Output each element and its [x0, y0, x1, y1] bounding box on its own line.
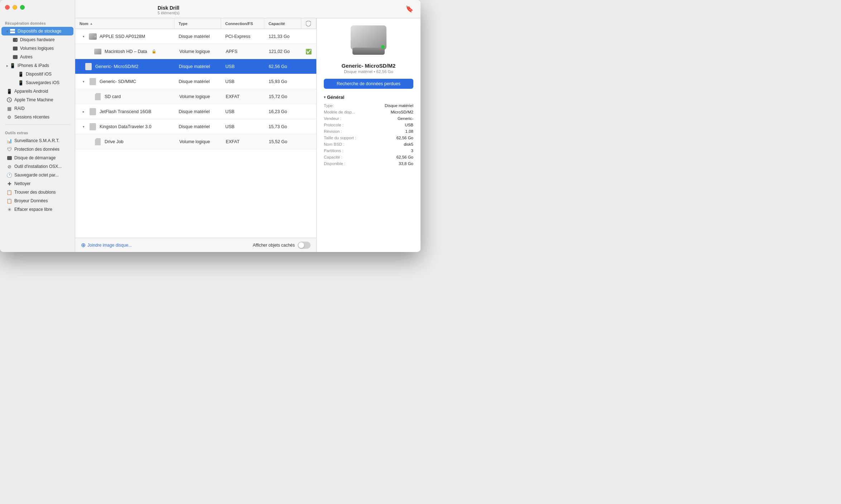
row-nom-2: Generic- MicroSD/M2: [95, 64, 138, 69]
col-header-connection[interactable]: Connection/FS: [221, 18, 264, 29]
table-row[interactable]: ▾ Generic- SD/MMC Disque matériel USB 15…: [75, 74, 316, 89]
table-row[interactable]: ▸ JetFlash Transcend 16GB Disque matérie…: [75, 104, 316, 119]
close-button[interactable]: [5, 5, 10, 10]
sidebar-item-ios-backup[interactable]: 📱 Sauvegardes iOS: [1, 78, 73, 87]
shredder-icon: 📋: [6, 198, 12, 204]
col-nom-label: Nom: [80, 21, 88, 26]
byte-backup-icon: 🕐: [6, 172, 12, 178]
sidebar-item-logical-volumes[interactable]: Volumes logiques: [1, 44, 73, 53]
info-value-bsd: disk5: [404, 142, 413, 146]
section-general-label: Général: [327, 94, 344, 100]
table-row[interactable]: Macintosh HD – Data 🔒 Volume logique APF…: [75, 44, 316, 59]
sidebar-item-data-protection[interactable]: 🛡 Protection des données: [1, 145, 73, 154]
sidebar-label-android: Appareils Android: [14, 89, 48, 94]
cell-nom: ▸ JetFlash Transcend 16GB: [75, 108, 174, 116]
sidebar-label-storage-devices: Dispositifs de stockage: [18, 29, 62, 34]
sidebar-item-ios-device[interactable]: 📱 Dispositif iOS: [1, 70, 73, 78]
app-subtitle: 5 élément(s): [158, 11, 179, 15]
sidebar-label-iphones-ipads: iPhones & iPads: [18, 63, 49, 68]
startup-disk-icon: [6, 155, 12, 161]
hdd-icon: [12, 37, 18, 43]
svg-point-9: [95, 35, 96, 37]
book-icon[interactable]: 🔖: [405, 5, 413, 13]
sidebar: Récupération données ▾ Dispositifs de st…: [0, 0, 75, 252]
row-nom-7: Drive Job: [105, 139, 124, 144]
sidebar-item-startup-disk[interactable]: Disque de démarrage: [1, 154, 73, 162]
disk-svg: [349, 25, 388, 58]
sidebar-item-byte-backup[interactable]: 🕐 Sauvegarde octet par...: [1, 171, 73, 179]
sort-icon: ▲: [90, 22, 93, 25]
sidebar-item-shredder[interactable]: 📋 Broyeur Données: [1, 197, 73, 205]
sidebar-item-hardware-disks[interactable]: Disques hardware: [1, 35, 73, 44]
table-row[interactable]: ▾ Kingston DataTraveler 3.0 Disque matér…: [75, 119, 316, 134]
sidebar-item-clean[interactable]: ✚ Nettoyer: [1, 179, 73, 188]
sidebar-item-time-machine[interactable]: Apple Time Machine: [1, 96, 73, 104]
svg-rect-15: [90, 123, 96, 130]
join-image-button[interactable]: ⊕ Joindre image disque...: [81, 242, 132, 248]
time-machine-icon: [6, 97, 12, 103]
info-row-capacity: Capacité : 62,56 Go: [324, 155, 413, 159]
hidden-toggle-switch[interactable]: [298, 242, 311, 249]
svg-marker-16: [95, 138, 101, 145]
app-title: Disk Drill: [158, 5, 179, 11]
sidebar-item-others[interactable]: Autres: [1, 53, 73, 61]
table-row[interactable]: Generic- MicroSD/M2 Disque matériel USB …: [75, 59, 316, 74]
cell-nom: ▾ Generic- SD/MMC: [75, 78, 174, 86]
col-header-shield: [301, 18, 316, 29]
table-row[interactable]: Drive Job Volume logique EXFAT 15,52 Go: [75, 134, 316, 149]
sidebar-item-sessions[interactable]: ⚙ Sessions récentes: [1, 113, 73, 121]
search-button[interactable]: Recherche de données perdues: [324, 79, 413, 89]
info-label-bsd: Nom BSD :: [324, 142, 345, 146]
shield-icon: 🛡: [6, 146, 12, 152]
sidebar-label-byte-backup: Sauvegarde octet par...: [14, 173, 59, 178]
col-header-type[interactable]: Type: [174, 18, 221, 29]
sidebar-item-osx-installer[interactable]: ⊘ Outil d'installation OSX...: [1, 162, 73, 171]
info-value-capacity: 62,56 Go: [397, 155, 413, 159]
col-type-label: Type: [179, 21, 188, 26]
usb-icon: [89, 123, 97, 131]
col-conn-label: Connection/FS: [225, 21, 253, 26]
table-area: Nom ▲ Type Connection/FS Capacité: [75, 18, 317, 252]
sidebar-item-free-space[interactable]: ✳ Effacer espace libre: [1, 205, 73, 214]
sidebar-item-raid[interactable]: ▦ RAID: [1, 104, 73, 113]
svg-rect-5: [13, 55, 18, 59]
table-row[interactable]: SD card Volume logique EXFAT 15,72 Go: [75, 89, 316, 104]
info-row-revision: Révision : 1.08: [324, 129, 413, 134]
sidebar-label-duplicates: Trouver des doublons: [14, 190, 56, 195]
col-header-capacity[interactable]: Capacité: [264, 18, 301, 29]
svg-point-19: [381, 45, 385, 49]
chevron-down-icon: ▾: [81, 79, 86, 84]
maximize-button[interactable]: [20, 5, 25, 10]
cell-type-2: Disque matériel: [174, 64, 221, 69]
cell-cap-5: 16,23 Go: [264, 109, 301, 114]
table-body: ▾ APPLE SSD AP0128M Disque matériel PCI-…: [75, 29, 316, 238]
cell-shield-1: ✅: [301, 49, 316, 54]
table-row[interactable]: ▾ APPLE SSD AP0128M Disque matériel PCI-…: [75, 29, 316, 44]
free-space-icon: ✳: [6, 207, 12, 212]
sidebar-item-android[interactable]: 📱 Appareils Android: [1, 87, 73, 96]
content-wrapper: Nom ▲ Type Connection/FS Capacité: [75, 18, 420, 252]
svg-rect-11: [85, 63, 92, 70]
col-header-nom[interactable]: Nom ▲: [75, 18, 174, 29]
info-row-available: Disponible : 33,8 Go: [324, 161, 413, 166]
check-icon: ✅: [306, 49, 312, 54]
sidebar-label-ios-device: Dispositif iOS: [26, 72, 52, 77]
chevron-right-icon: ▸: [81, 109, 86, 114]
minimize-button[interactable]: [13, 5, 17, 10]
row-nom-3: Generic- SD/MMC: [100, 79, 136, 84]
cell-conn-2: USB: [221, 64, 264, 69]
right-panel: Generic- MicroSD/M2 Disque matériel • 62…: [317, 18, 420, 252]
info-label-partitions: Partitions :: [324, 149, 343, 153]
sidebar-item-storage-devices[interactable]: ▾ Dispositifs de stockage: [1, 27, 73, 35]
general-section-header: ▾ Général: [324, 94, 413, 100]
titlebar: Disk Drill 5 élément(s) 🔖: [75, 0, 420, 18]
storage-icon: [10, 28, 15, 34]
info-row-support-size: Taille du support : 62,56 Go: [324, 136, 413, 140]
raid-icon: ▦: [6, 106, 12, 111]
sidebar-item-smart[interactable]: 📊 Surveillance S.M.A.R.T.: [1, 136, 73, 145]
info-value-vendor: Generic-: [398, 116, 413, 121]
sidebar-item-duplicates[interactable]: 📋 Trouver des doublons: [1, 188, 73, 197]
others-icon: [12, 54, 18, 60]
info-value-revision: 1.08: [405, 129, 413, 134]
sidebar-item-iphones-ipads[interactable]: ▸ 📱 iPhones & iPads: [1, 61, 73, 70]
